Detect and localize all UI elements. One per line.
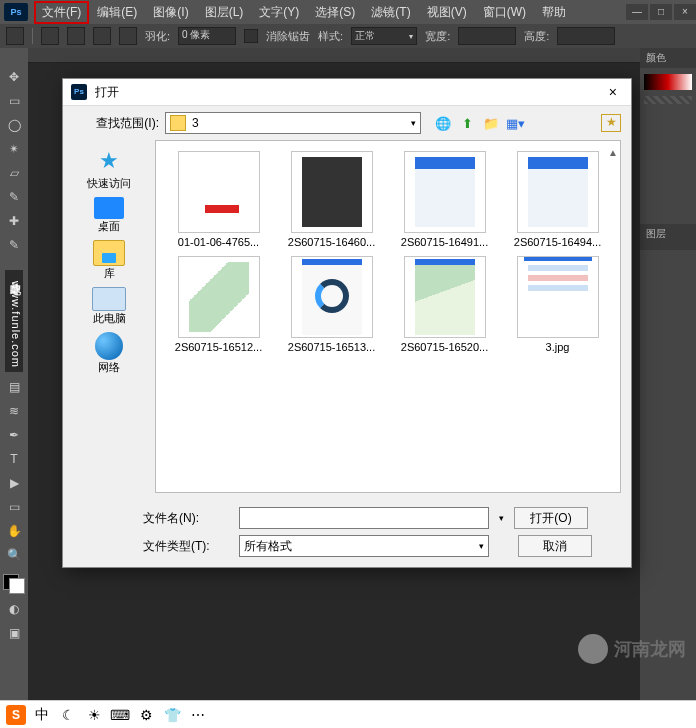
ime-more-icon[interactable]: ⋯ bbox=[188, 705, 208, 725]
ps-application-window: Ps 文件(F) 编辑(E) 图像(I) 图层(L) 文字(Y) 选择(S) 滤… bbox=[0, 0, 696, 700]
file-item[interactable]: 2S60715-16512... bbox=[164, 256, 273, 353]
crop-tool-icon[interactable]: ▱ bbox=[3, 164, 25, 182]
menu-edit[interactable]: 编辑(E) bbox=[89, 1, 145, 24]
cancel-button[interactable]: 取消 bbox=[518, 535, 592, 557]
magic-wand-tool-icon[interactable]: ✴ bbox=[3, 140, 25, 158]
place-libraries[interactable]: 库 bbox=[93, 240, 125, 281]
file-item[interactable]: 2S60715-16520... bbox=[390, 256, 499, 353]
gradient-tool-icon[interactable]: ▤ bbox=[3, 378, 25, 396]
healing-tool-icon[interactable]: ✚ bbox=[3, 212, 25, 230]
background-color[interactable] bbox=[9, 578, 25, 594]
selection-mode-new-icon[interactable] bbox=[41, 27, 59, 45]
ps-icon: Ps bbox=[71, 84, 87, 100]
width-input[interactable] bbox=[458, 27, 516, 45]
color-swatches[interactable] bbox=[3, 574, 25, 594]
chevron-down-icon: ▾ bbox=[411, 118, 416, 128]
watermark-face-icon bbox=[578, 634, 608, 664]
style-dropdown[interactable]: 正常▾ bbox=[351, 27, 417, 45]
layers-panel-tab[interactable]: 图层 bbox=[640, 224, 696, 250]
selection-mode-subtract-icon[interactable] bbox=[93, 27, 111, 45]
back-icon[interactable]: 🌐 bbox=[433, 114, 453, 132]
separator bbox=[32, 28, 33, 44]
open-button[interactable]: 打开(O) bbox=[514, 507, 588, 529]
marquee-tool-preset-icon[interactable] bbox=[6, 27, 24, 45]
window-minimize-button[interactable]: — bbox=[626, 4, 648, 20]
place-network[interactable]: 网络 bbox=[95, 332, 123, 375]
window-controls: — □ × bbox=[624, 4, 696, 20]
antialias-checkbox[interactable] bbox=[244, 29, 258, 43]
dialog-close-button[interactable]: × bbox=[603, 84, 623, 100]
file-item[interactable]: 2S60715-16513... bbox=[277, 256, 386, 353]
file-type-dropdown[interactable]: 所有格式▾ bbox=[239, 535, 489, 557]
chevron-down-icon: ▾ bbox=[479, 541, 484, 551]
file-item[interactable]: 3.jpg bbox=[503, 256, 612, 353]
help-icon[interactable]: ★ bbox=[601, 114, 621, 132]
color-spectrum[interactable] bbox=[644, 96, 692, 104]
file-name-input[interactable] bbox=[239, 507, 489, 529]
type-tool-icon[interactable]: T bbox=[3, 450, 25, 468]
ime-sun-icon[interactable]: ☀ bbox=[84, 705, 104, 725]
lasso-tool-icon[interactable]: ◯ bbox=[3, 116, 25, 134]
up-one-level-icon[interactable]: ⬆ bbox=[457, 114, 477, 132]
marquee-tool-icon[interactable]: ▭ bbox=[3, 92, 25, 110]
style-label: 样式: bbox=[318, 29, 343, 44]
chevron-down-icon: ▾ bbox=[409, 32, 413, 41]
place-desktop[interactable]: 桌面 bbox=[94, 197, 124, 234]
file-item[interactable]: 2S60715-16491... bbox=[390, 151, 499, 248]
menu-file[interactable]: 文件(F) bbox=[34, 1, 89, 24]
new-folder-icon[interactable]: 📁 bbox=[481, 114, 501, 132]
color-panel-tab[interactable]: 颜色 bbox=[646, 51, 666, 65]
view-menu-icon[interactable]: ▦▾ bbox=[505, 114, 525, 132]
menu-image[interactable]: 图像(I) bbox=[145, 1, 196, 24]
menu-layer[interactable]: 图层(L) bbox=[197, 1, 252, 24]
menu-view[interactable]: 视图(V) bbox=[419, 1, 475, 24]
menu-window[interactable]: 窗口(W) bbox=[475, 1, 534, 24]
width-label: 宽度: bbox=[425, 29, 450, 44]
zoom-tool-icon[interactable]: 🔍 bbox=[3, 546, 25, 564]
screenmode-icon[interactable]: ▣ bbox=[3, 624, 25, 642]
places-bar: ★快速访问 桌面 库 此电脑 网络 bbox=[63, 140, 155, 499]
menu-help[interactable]: 帮助 bbox=[534, 1, 574, 24]
place-quick-access[interactable]: ★快速访问 bbox=[87, 146, 131, 191]
feather-input[interactable]: 0 像素 bbox=[178, 27, 236, 45]
open-dialog: Ps 打开 × 查找范围(I): 3 ▾ 🌐 ⬆ 📁 ▦▾ ★ ★快速访问 桌面 bbox=[62, 78, 632, 568]
dialog-body: ★快速访问 桌面 库 此电脑 网络 ▲ 01-01-06-4765... 2S6… bbox=[63, 140, 631, 499]
place-this-pc[interactable]: 此电脑 bbox=[92, 287, 126, 326]
scroll-up-icon[interactable]: ▲ bbox=[608, 147, 618, 158]
feather-label: 羽化: bbox=[145, 29, 170, 44]
eyedropper-tool-icon[interactable]: ✎ bbox=[3, 188, 25, 206]
menu-select[interactable]: 选择(S) bbox=[307, 1, 363, 24]
ime-moon-icon[interactable]: ☾ bbox=[58, 705, 78, 725]
menu-filter[interactable]: 滤镜(T) bbox=[363, 1, 418, 24]
hand-tool-icon[interactable]: ✋ bbox=[3, 522, 25, 540]
brush-tool-icon[interactable]: ✎ bbox=[3, 236, 25, 254]
height-label: 高度: bbox=[524, 29, 549, 44]
file-item[interactable]: 01-01-06-4765... bbox=[164, 151, 273, 248]
selection-mode-intersect-icon[interactable] bbox=[119, 27, 137, 45]
ime-settings-icon[interactable]: ⚙ bbox=[136, 705, 156, 725]
quickmask-icon[interactable]: ◐ bbox=[3, 600, 25, 618]
rectangle-tool-icon[interactable]: ▭ bbox=[3, 498, 25, 516]
blur-tool-icon[interactable]: ≋ bbox=[3, 402, 25, 420]
ime-lang-button[interactable]: 中 bbox=[32, 705, 52, 725]
ime-logo-icon[interactable]: S bbox=[6, 705, 26, 725]
file-name: 2S60715-16491... bbox=[401, 236, 488, 248]
place-label: 网络 bbox=[98, 360, 120, 375]
window-maximize-button[interactable]: □ bbox=[650, 4, 672, 20]
selection-mode-add-icon[interactable] bbox=[67, 27, 85, 45]
pen-tool-icon[interactable]: ✒ bbox=[3, 426, 25, 444]
ime-skin-icon[interactable]: 👕 bbox=[162, 705, 182, 725]
file-item[interactable]: 2S60715-16460... bbox=[277, 151, 386, 248]
chevron-down-icon[interactable]: ▾ bbox=[499, 513, 504, 523]
height-input[interactable] bbox=[557, 27, 615, 45]
menu-type[interactable]: 文字(Y) bbox=[251, 1, 307, 24]
color-ramp[interactable] bbox=[644, 74, 692, 90]
path-selection-tool-icon[interactable]: ▶ bbox=[3, 474, 25, 492]
file-list[interactable]: ▲ 01-01-06-4765... 2S60715-16460... 2S60… bbox=[155, 140, 621, 493]
file-name: 3.jpg bbox=[546, 341, 570, 353]
ime-keyboard-icon[interactable]: ⌨ bbox=[110, 705, 130, 725]
move-tool-icon[interactable]: ✥ bbox=[3, 68, 25, 86]
file-item[interactable]: 2S60715-16494... bbox=[503, 151, 612, 248]
window-close-button[interactable]: × bbox=[674, 4, 696, 20]
look-in-dropdown[interactable]: 3 ▾ bbox=[165, 112, 421, 134]
